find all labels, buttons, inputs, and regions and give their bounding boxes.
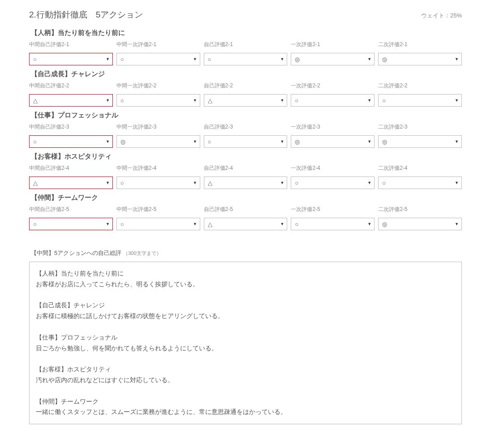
subsection-title: 【人柄】当たり前を当たり前に bbox=[31, 29, 462, 37]
subsection-title: 【仲間】チームワーク bbox=[31, 194, 462, 202]
evaluation-select[interactable]: ○ bbox=[29, 53, 113, 65]
evaluation-select[interactable]: ○ bbox=[116, 218, 200, 230]
weight-label: ウェイト：25% bbox=[421, 12, 462, 20]
evaluation-select[interactable]: ◎ bbox=[378, 218, 462, 230]
comment-sublabel: （300文字まで） bbox=[123, 250, 161, 256]
field-label: 一次評価2-4 bbox=[291, 164, 375, 172]
field-label: 二次評価2-1 bbox=[378, 41, 462, 48]
evaluation-select[interactable]: △ bbox=[204, 94, 288, 107]
evaluation-select[interactable]: ○ bbox=[204, 53, 288, 65]
field-label: 一次評価2-1 bbox=[291, 41, 375, 48]
section-title: 2.行動指針徹底 5アクション bbox=[29, 9, 143, 21]
field-label: 中間自己評価2-2 bbox=[29, 82, 113, 90]
field-label: 二次評価2-5 bbox=[378, 206, 462, 213]
evaluation-select[interactable]: ○ bbox=[116, 53, 200, 65]
field-label: 自己評価2-1 bbox=[204, 41, 288, 48]
evaluation-select[interactable]: ○ bbox=[204, 135, 288, 148]
field-label: 二次評価2-4 bbox=[378, 164, 462, 172]
comment-heading: 【中間】5アクションへの自己総評（300文字まで） bbox=[31, 249, 462, 257]
evaluation-select[interactable]: △ bbox=[204, 218, 288, 230]
evaluation-select[interactable]: ○ bbox=[378, 94, 462, 107]
evaluation-select[interactable]: △ bbox=[204, 177, 288, 189]
evaluation-select[interactable]: ○ bbox=[291, 218, 375, 230]
subsection-title: 【お客様】ホスピタリティ bbox=[31, 152, 462, 161]
field-label: 中間一次評価2-5 bbox=[116, 206, 200, 213]
field-label: 中間自己評価2-3 bbox=[29, 123, 113, 131]
evaluation-select[interactable]: ○ bbox=[116, 94, 200, 107]
evaluation-select[interactable]: ◎ bbox=[116, 135, 200, 148]
field-label: 自己評価2-5 bbox=[204, 206, 288, 213]
field-label: 一次評価2-2 bbox=[291, 82, 375, 90]
evaluation-select[interactable]: ◎ bbox=[291, 53, 375, 65]
field-label: 中間自己評価2-5 bbox=[29, 206, 113, 213]
evaluation-select[interactable]: ◎ bbox=[378, 53, 462, 65]
field-label: 自己評価2-3 bbox=[204, 123, 288, 131]
comment-textarea[interactable]: 【人柄】当たり前を当たり前に お客様がお店に入ってこられたら、明るく挨拶している… bbox=[29, 262, 462, 424]
evaluation-select[interactable]: ○ bbox=[116, 177, 200, 189]
field-label: 一次評価2-3 bbox=[291, 123, 375, 131]
evaluation-select[interactable]: ○ bbox=[291, 94, 375, 107]
field-label: 二次評価2-2 bbox=[378, 82, 462, 90]
evaluation-select[interactable]: △ bbox=[29, 177, 113, 189]
field-label: 中間自己評価2-4 bbox=[29, 164, 113, 172]
evaluation-select[interactable]: ○ bbox=[291, 177, 375, 189]
comment-label-text: 【中間】5アクションへの自己総評 bbox=[31, 250, 121, 256]
subsection-title: 【自己成長】チャレンジ bbox=[31, 70, 462, 78]
field-label: 中間一次評価2-2 bbox=[116, 82, 200, 90]
field-label: 一次評価2-5 bbox=[291, 206, 375, 213]
subsection-title: 【仕事】プロフェッショナル bbox=[31, 111, 462, 120]
field-label: 中間一次評価2-3 bbox=[116, 123, 200, 131]
evaluation-select[interactable]: ○ bbox=[378, 177, 462, 189]
field-label: 自己評価2-2 bbox=[204, 82, 288, 90]
evaluation-select[interactable]: ◎ bbox=[291, 135, 375, 148]
field-label: 中間一次評価2-4 bbox=[116, 164, 200, 172]
field-label: 中間自己評価2-1 bbox=[29, 41, 113, 48]
field-label: 自己評価2-4 bbox=[204, 164, 288, 172]
evaluation-select[interactable]: ○ bbox=[29, 135, 113, 148]
evaluation-select[interactable]: ○ bbox=[29, 218, 113, 230]
evaluation-select[interactable]: ◎ bbox=[378, 135, 462, 148]
field-label: 中間一次評価2-1 bbox=[116, 41, 200, 48]
evaluation-select[interactable]: △ bbox=[29, 94, 113, 107]
field-label: 二次評価2-3 bbox=[378, 123, 462, 131]
